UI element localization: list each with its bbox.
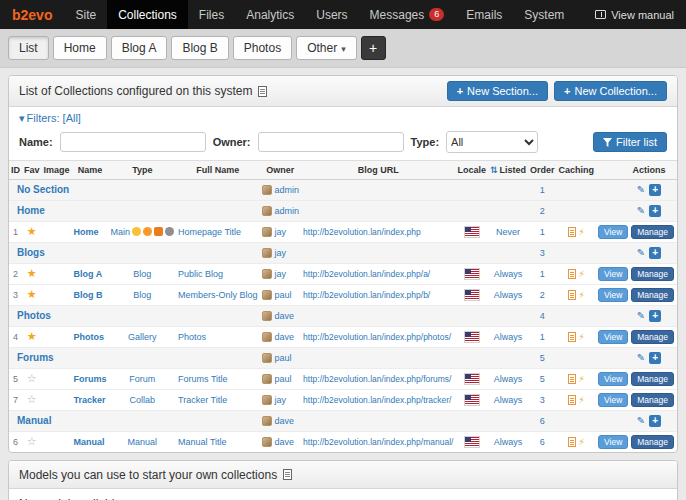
page-caching-icon[interactable]: [568, 332, 576, 342]
type-link[interactable]: Forum: [129, 374, 155, 384]
type-link[interactable]: Blog: [133, 269, 151, 279]
favorite-star-icon[interactable]: [27, 267, 37, 279]
filters-toggle[interactable]: Filters: [All]: [19, 112, 667, 125]
owner-link[interactable]: jay: [275, 395, 287, 405]
col-header-fav[interactable]: Fav: [22, 161, 42, 180]
filter-list-button[interactable]: Filter list: [593, 132, 667, 152]
new-section-button[interactable]: New Section...: [447, 81, 548, 101]
section-name-link[interactable]: Home: [17, 205, 45, 216]
order-link[interactable]: 2: [540, 206, 545, 216]
manage-button[interactable]: Manage: [631, 393, 674, 407]
manage-button[interactable]: Manage: [631, 372, 674, 386]
collection-name-link[interactable]: Forums: [74, 374, 107, 384]
page-caching-icon[interactable]: [568, 395, 576, 405]
col-header-order[interactable]: Order: [528, 161, 557, 180]
add-collection-icon[interactable]: [649, 415, 661, 427]
add-collection-icon[interactable]: [649, 184, 661, 196]
collection-name-link[interactable]: Manual: [74, 437, 105, 447]
owner-link[interactable]: paul: [275, 353, 292, 363]
type-link[interactable]: Gallery: [128, 332, 157, 342]
filters-all-link[interactable]: [All]: [63, 112, 81, 124]
col-header-image[interactable]: Image: [42, 161, 72, 180]
nav-item-messages[interactable]: Messages6: [359, 0, 456, 29]
block-caching-icon[interactable]: [579, 332, 585, 342]
b2evo-logo[interactable]: b2evo: [0, 0, 64, 29]
view-button[interactable]: View: [598, 330, 628, 344]
listed-link[interactable]: Always: [494, 290, 523, 300]
order-link[interactable]: 1: [540, 269, 545, 279]
block-caching-icon[interactable]: [579, 374, 585, 384]
add-collection-tab-button[interactable]: [361, 36, 386, 60]
col-header-owner[interactable]: Owner: [260, 161, 302, 180]
col-header-type[interactable]: Type: [109, 161, 177, 180]
blog-url-link[interactable]: http://b2evolution.lan/index.php/a/: [303, 269, 430, 279]
col-header-name[interactable]: Name: [72, 161, 109, 180]
full-name-link[interactable]: Photos: [178, 332, 206, 342]
block-caching-icon[interactable]: [579, 269, 585, 279]
full-name-link[interactable]: Tracker Title: [178, 395, 227, 405]
listed-link[interactable]: Always: [494, 332, 523, 342]
tab-other[interactable]: Other: [296, 36, 357, 60]
manage-button[interactable]: Manage: [631, 267, 674, 281]
not-favorite-star-icon[interactable]: [27, 393, 37, 405]
collection-name-link[interactable]: Tracker: [74, 395, 106, 405]
add-collection-icon[interactable]: [649, 205, 661, 217]
col-header-full-name[interactable]: Full Name: [176, 161, 260, 180]
tab-home[interactable]: Home: [53, 36, 107, 60]
edit-section-icon[interactable]: [637, 310, 645, 321]
view-button[interactable]: View: [598, 225, 628, 239]
section-name-link[interactable]: Blogs: [17, 247, 45, 258]
favorite-star-icon[interactable]: [27, 330, 37, 342]
tab-blog-b[interactable]: Blog B: [171, 36, 228, 60]
tab-photos[interactable]: Photos: [233, 36, 292, 60]
order-link[interactable]: 4: [540, 311, 545, 321]
not-favorite-star-icon[interactable]: [27, 372, 37, 384]
blog-url-link[interactable]: http://b2evolution.lan/index.php: [303, 227, 421, 237]
view-button[interactable]: View: [598, 288, 628, 302]
section-name-link[interactable]: No Section: [17, 184, 69, 195]
block-caching-icon[interactable]: [579, 227, 585, 237]
edit-section-icon[interactable]: [637, 247, 645, 258]
block-caching-icon[interactable]: [579, 437, 585, 447]
collection-name-link[interactable]: Blog B: [74, 290, 103, 300]
col-header-locale[interactable]: Locale: [455, 161, 488, 180]
order-link[interactable]: 1: [540, 227, 545, 237]
view-manual-link[interactable]: View manual: [583, 0, 686, 29]
order-link[interactable]: 1: [540, 185, 545, 195]
listed-link[interactable]: Always: [494, 374, 523, 384]
nav-item-files[interactable]: Files: [188, 0, 235, 29]
add-collection-icon[interactable]: [649, 310, 661, 322]
owner-link[interactable]: admin: [275, 206, 300, 216]
section-name-link[interactable]: Photos: [17, 310, 51, 321]
blog-url-link[interactable]: http://b2evolution.lan/index.php/photos/: [303, 332, 451, 342]
edit-section-icon[interactable]: [637, 205, 645, 216]
full-name-link[interactable]: Manual Title: [178, 437, 227, 447]
new-collection-button[interactable]: New Collection...: [554, 81, 667, 101]
owner-link[interactable]: admin: [275, 185, 300, 195]
owner-link[interactable]: paul: [275, 290, 292, 300]
owner-link[interactable]: dave: [275, 437, 295, 447]
listed-link[interactable]: Never: [496, 227, 520, 237]
type-link[interactable]: Collab: [130, 395, 156, 405]
add-collection-icon[interactable]: [649, 247, 661, 259]
order-link[interactable]: 2: [540, 290, 545, 300]
view-button[interactable]: View: [598, 393, 628, 407]
collection-name-link[interactable]: Home: [74, 227, 99, 237]
full-name-link[interactable]: Public Blog: [178, 269, 223, 279]
manual-page-icon[interactable]: [258, 86, 267, 97]
col-header-listed[interactable]: Listed: [488, 161, 528, 180]
listed-link[interactable]: Always: [494, 437, 523, 447]
nav-item-site[interactable]: Site: [64, 0, 107, 29]
page-caching-icon[interactable]: [568, 374, 576, 384]
col-header-caching[interactable]: Caching: [556, 161, 596, 180]
order-link[interactable]: 6: [540, 416, 545, 426]
manage-button[interactable]: Manage: [631, 435, 674, 449]
view-button[interactable]: View: [598, 435, 628, 449]
manage-button[interactable]: Manage: [631, 225, 674, 239]
order-link[interactable]: 5: [540, 374, 545, 384]
order-link[interactable]: 6: [540, 437, 545, 447]
tab-blog-a[interactable]: Blog A: [111, 36, 168, 60]
col-header-blog-url[interactable]: Blog URL: [301, 161, 455, 180]
section-name-link[interactable]: Manual: [17, 415, 51, 426]
full-name-link[interactable]: Members-Only Blog: [178, 290, 258, 300]
